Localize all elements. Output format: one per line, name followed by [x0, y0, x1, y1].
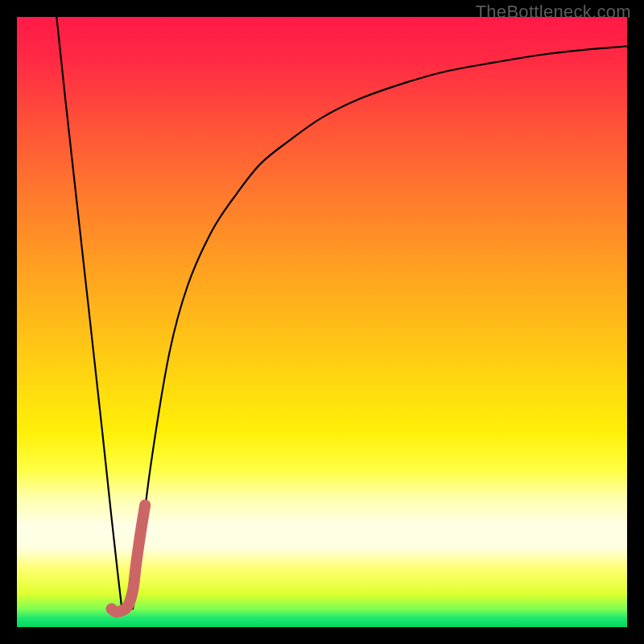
left-line — [56, 17, 122, 609]
curves-layer — [17, 17, 627, 627]
right-curve — [133, 46, 627, 609]
chart-frame: TheBottleneck.com — [0, 0, 644, 644]
watermark-text: TheBottleneck.com — [476, 2, 631, 23]
plot-area — [17, 17, 627, 627]
